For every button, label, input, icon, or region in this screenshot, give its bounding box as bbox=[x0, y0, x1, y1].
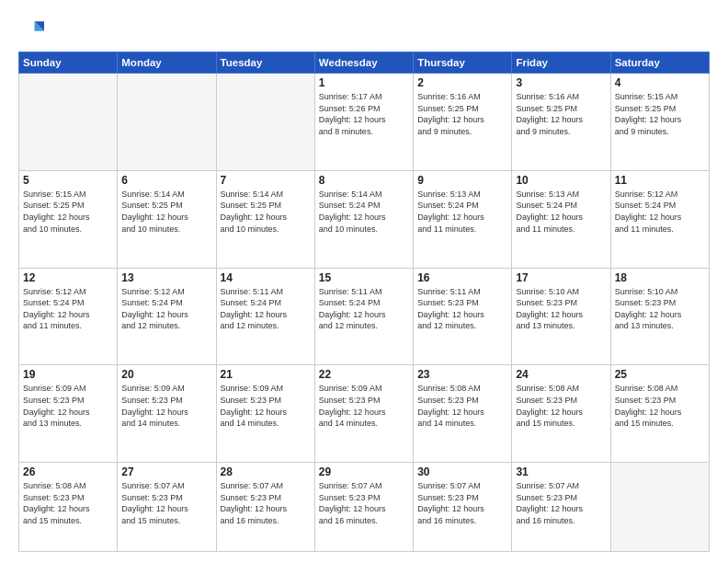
day-number: 19 bbox=[23, 368, 113, 381]
day-info: Sunrise: 5:07 AM Sunset: 5:23 PM Dayligh… bbox=[221, 480, 311, 526]
day-info: Sunrise: 5:08 AM Sunset: 5:23 PM Dayligh… bbox=[516, 383, 606, 429]
calendar-cell bbox=[216, 74, 314, 171]
day-number: 31 bbox=[516, 465, 606, 478]
calendar-week-1: 5Sunrise: 5:15 AM Sunset: 5:25 PM Daylig… bbox=[19, 170, 710, 268]
calendar-cell: 14Sunrise: 5:11 AM Sunset: 5:24 PM Dayli… bbox=[216, 268, 314, 365]
day-number: 16 bbox=[417, 271, 507, 284]
day-number: 8 bbox=[319, 174, 409, 187]
calendar-cell: 5Sunrise: 5:15 AM Sunset: 5:25 PM Daylig… bbox=[19, 170, 118, 268]
day-info: Sunrise: 5:11 AM Sunset: 5:24 PM Dayligh… bbox=[221, 286, 311, 332]
calendar-cell: 4Sunrise: 5:15 AM Sunset: 5:25 PM Daylig… bbox=[610, 74, 709, 171]
calendar-cell: 19Sunrise: 5:09 AM Sunset: 5:23 PM Dayli… bbox=[19, 365, 118, 463]
day-number: 9 bbox=[417, 174, 507, 187]
calendar-cell: 13Sunrise: 5:12 AM Sunset: 5:24 PM Dayli… bbox=[118, 268, 216, 365]
day-number: 30 bbox=[417, 465, 507, 478]
day-info: Sunrise: 5:13 AM Sunset: 5:24 PM Dayligh… bbox=[417, 189, 507, 235]
day-info: Sunrise: 5:09 AM Sunset: 5:23 PM Dayligh… bbox=[23, 383, 113, 429]
weekday-header-friday: Friday bbox=[512, 52, 610, 74]
calendar-cell: 12Sunrise: 5:12 AM Sunset: 5:24 PM Dayli… bbox=[19, 268, 118, 365]
calendar-cell: 1Sunrise: 5:17 AM Sunset: 5:26 PM Daylig… bbox=[314, 74, 413, 171]
day-number: 26 bbox=[23, 465, 113, 478]
day-info: Sunrise: 5:14 AM Sunset: 5:25 PM Dayligh… bbox=[121, 189, 211, 235]
calendar-cell: 2Sunrise: 5:16 AM Sunset: 5:25 PM Daylig… bbox=[414, 74, 512, 171]
day-number: 22 bbox=[319, 368, 409, 381]
day-info: Sunrise: 5:07 AM Sunset: 5:23 PM Dayligh… bbox=[319, 480, 409, 526]
weekday-header-wednesday: Wednesday bbox=[314, 52, 413, 74]
day-info: Sunrise: 5:09 AM Sunset: 5:23 PM Dayligh… bbox=[319, 383, 409, 429]
day-info: Sunrise: 5:08 AM Sunset: 5:23 PM Dayligh… bbox=[615, 383, 705, 429]
calendar-cell: 9Sunrise: 5:13 AM Sunset: 5:24 PM Daylig… bbox=[414, 170, 512, 268]
weekday-header-thursday: Thursday bbox=[414, 52, 512, 74]
day-info: Sunrise: 5:16 AM Sunset: 5:25 PM Dayligh… bbox=[417, 91, 507, 137]
calendar-cell: 20Sunrise: 5:09 AM Sunset: 5:23 PM Dayli… bbox=[118, 365, 216, 463]
day-number: 20 bbox=[121, 368, 211, 381]
day-number: 2 bbox=[417, 76, 507, 89]
calendar-cell: 11Sunrise: 5:12 AM Sunset: 5:24 PM Dayli… bbox=[610, 170, 709, 268]
day-number: 18 bbox=[615, 271, 705, 284]
day-info: Sunrise: 5:16 AM Sunset: 5:25 PM Dayligh… bbox=[516, 91, 606, 137]
calendar-cell: 31Sunrise: 5:07 AM Sunset: 5:23 PM Dayli… bbox=[512, 463, 610, 552]
day-info: Sunrise: 5:11 AM Sunset: 5:24 PM Dayligh… bbox=[319, 286, 409, 332]
day-info: Sunrise: 5:11 AM Sunset: 5:23 PM Dayligh… bbox=[417, 286, 507, 332]
day-info: Sunrise: 5:17 AM Sunset: 5:26 PM Dayligh… bbox=[319, 91, 409, 137]
day-info: Sunrise: 5:09 AM Sunset: 5:23 PM Dayligh… bbox=[121, 383, 211, 429]
day-info: Sunrise: 5:10 AM Sunset: 5:23 PM Dayligh… bbox=[516, 286, 606, 332]
day-number: 25 bbox=[615, 368, 705, 381]
header bbox=[18, 17, 710, 42]
calendar-cell: 25Sunrise: 5:08 AM Sunset: 5:23 PM Dayli… bbox=[610, 365, 709, 463]
calendar-week-2: 12Sunrise: 5:12 AM Sunset: 5:24 PM Dayli… bbox=[19, 268, 710, 365]
calendar-cell: 23Sunrise: 5:08 AM Sunset: 5:23 PM Dayli… bbox=[414, 365, 512, 463]
day-number: 12 bbox=[23, 271, 113, 284]
day-number: 5 bbox=[23, 174, 113, 187]
day-info: Sunrise: 5:12 AM Sunset: 5:24 PM Dayligh… bbox=[615, 189, 705, 235]
logo bbox=[18, 17, 48, 42]
calendar-cell bbox=[118, 74, 216, 171]
day-number: 28 bbox=[221, 465, 311, 478]
page: SundayMondayTuesdayWednesdayThursdayFrid… bbox=[0, 0, 728, 563]
calendar-cell: 6Sunrise: 5:14 AM Sunset: 5:25 PM Daylig… bbox=[118, 170, 216, 268]
weekday-header-tuesday: Tuesday bbox=[216, 52, 314, 74]
day-info: Sunrise: 5:10 AM Sunset: 5:23 PM Dayligh… bbox=[615, 286, 705, 332]
calendar-cell: 22Sunrise: 5:09 AM Sunset: 5:23 PM Dayli… bbox=[314, 365, 413, 463]
calendar-cell: 21Sunrise: 5:09 AM Sunset: 5:23 PM Dayli… bbox=[216, 365, 314, 463]
calendar-cell: 16Sunrise: 5:11 AM Sunset: 5:23 PM Dayli… bbox=[414, 268, 512, 365]
day-number: 27 bbox=[121, 465, 211, 478]
day-number: 21 bbox=[221, 368, 311, 381]
day-number: 24 bbox=[516, 368, 606, 381]
weekday-header-sunday: Sunday bbox=[19, 52, 118, 74]
calendar-cell: 27Sunrise: 5:07 AM Sunset: 5:23 PM Dayli… bbox=[118, 463, 216, 552]
logo-icon bbox=[18, 17, 44, 42]
day-number: 11 bbox=[615, 174, 705, 187]
day-info: Sunrise: 5:12 AM Sunset: 5:24 PM Dayligh… bbox=[121, 286, 211, 332]
day-number: 29 bbox=[319, 465, 409, 478]
day-number: 14 bbox=[221, 271, 311, 284]
calendar-week-4: 26Sunrise: 5:08 AM Sunset: 5:23 PM Dayli… bbox=[19, 463, 710, 552]
day-number: 23 bbox=[417, 368, 507, 381]
day-info: Sunrise: 5:15 AM Sunset: 5:25 PM Dayligh… bbox=[615, 91, 705, 137]
day-number: 3 bbox=[516, 76, 606, 89]
day-number: 15 bbox=[319, 271, 409, 284]
day-info: Sunrise: 5:13 AM Sunset: 5:24 PM Dayligh… bbox=[516, 189, 606, 235]
day-info: Sunrise: 5:07 AM Sunset: 5:23 PM Dayligh… bbox=[516, 480, 606, 526]
calendar-cell: 28Sunrise: 5:07 AM Sunset: 5:23 PM Dayli… bbox=[216, 463, 314, 552]
calendar-cell: 24Sunrise: 5:08 AM Sunset: 5:23 PM Dayli… bbox=[512, 365, 610, 463]
day-info: Sunrise: 5:07 AM Sunset: 5:23 PM Dayligh… bbox=[121, 480, 211, 526]
day-info: Sunrise: 5:14 AM Sunset: 5:24 PM Dayligh… bbox=[319, 189, 409, 235]
calendar-cell bbox=[19, 74, 118, 171]
calendar-cell: 17Sunrise: 5:10 AM Sunset: 5:23 PM Dayli… bbox=[512, 268, 610, 365]
day-number: 17 bbox=[516, 271, 606, 284]
day-info: Sunrise: 5:09 AM Sunset: 5:23 PM Dayligh… bbox=[221, 383, 311, 429]
calendar-cell: 29Sunrise: 5:07 AM Sunset: 5:23 PM Dayli… bbox=[314, 463, 413, 552]
day-number: 10 bbox=[516, 174, 606, 187]
day-number: 1 bbox=[319, 76, 409, 89]
weekday-header-saturday: Saturday bbox=[610, 52, 709, 74]
calendar-cell: 18Sunrise: 5:10 AM Sunset: 5:23 PM Dayli… bbox=[610, 268, 709, 365]
day-number: 6 bbox=[121, 174, 211, 187]
calendar-cell: 30Sunrise: 5:07 AM Sunset: 5:23 PM Dayli… bbox=[414, 463, 512, 552]
calendar-week-3: 19Sunrise: 5:09 AM Sunset: 5:23 PM Dayli… bbox=[19, 365, 710, 463]
calendar-cell: 3Sunrise: 5:16 AM Sunset: 5:25 PM Daylig… bbox=[512, 74, 610, 171]
calendar-cell: 10Sunrise: 5:13 AM Sunset: 5:24 PM Dayli… bbox=[512, 170, 610, 268]
day-info: Sunrise: 5:14 AM Sunset: 5:25 PM Dayligh… bbox=[221, 189, 311, 235]
day-number: 13 bbox=[121, 271, 211, 284]
weekday-header-row: SundayMondayTuesdayWednesdayThursdayFrid… bbox=[19, 52, 710, 74]
